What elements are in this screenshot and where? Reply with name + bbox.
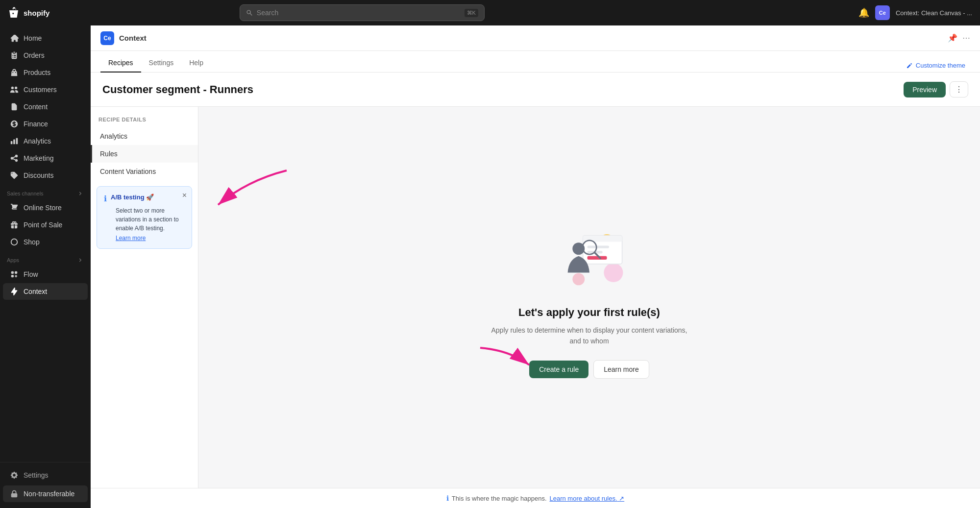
left-nav-content-variations[interactable]: Content Variations	[91, 163, 198, 180]
recipe-header-actions: Preview ⋮	[904, 81, 968, 97]
recipe-header: Customer segment - Runners Preview ⋮	[91, 73, 980, 107]
topbar: shopify ⌘K 🔔 Ce Context: Clean Canvas - …	[0, 0, 980, 25]
pos-icon	[10, 220, 19, 229]
info-card: ℹ A/B testing 🚀 × Select two or more var…	[97, 186, 192, 249]
online-store-icon	[10, 203, 19, 212]
sidebar-item-online-store[interactable]: Online Store	[3, 199, 88, 216]
notification-bell-icon[interactable]: 🔔	[858, 7, 869, 18]
svg-rect-6	[587, 245, 609, 248]
info-card-learn-more-link[interactable]: Learn more	[116, 235, 185, 242]
bottom-bar: ℹ This is where the magic happens. Learn…	[91, 488, 980, 508]
left-panel: RECIPE DETAILS Analytics Rules Content V…	[91, 107, 198, 488]
tab-help[interactable]: Help	[181, 54, 211, 73]
content-icon	[10, 102, 19, 111]
sidebar-item-marketing[interactable]: Marketing	[3, 150, 88, 167]
left-nav-analytics[interactable]: Analytics	[91, 127, 198, 145]
discounts-icon	[10, 171, 19, 180]
sidebar-item-label: Orders	[24, 51, 45, 59]
customize-theme-button[interactable]: Customize theme	[901, 59, 970, 72]
apps-section-label: Apps	[0, 251, 91, 266]
sales-channels-section-label: Sales channels	[0, 184, 91, 199]
svg-point-3	[604, 263, 623, 282]
shopify-logo[interactable]: shopify	[8, 7, 49, 19]
pin-button[interactable]: 📌	[948, 33, 957, 43]
customers-icon	[10, 85, 19, 94]
body-area: RECIPE DETAILS Analytics Rules Content V…	[91, 107, 980, 488]
tab-recipes[interactable]: Recipes	[100, 54, 141, 73]
sidebar-item-label: Content	[24, 103, 48, 111]
shopify-bag-icon	[8, 7, 20, 19]
app-more-button[interactable]: ⋯	[962, 33, 970, 43]
sidebar-item-label: Settings	[24, 471, 49, 479]
info-card-icon: ℹ	[104, 194, 107, 203]
sidebar-bottom: Settings Non-transferable	[0, 462, 91, 508]
context-app-logo: Ce	[100, 31, 114, 45]
app-header: Ce Context 📌 ⋯	[91, 25, 980, 51]
sidebar-item-label: Customers	[24, 86, 57, 94]
preview-button[interactable]: Preview	[904, 82, 946, 97]
sidebar-item-label: Analytics	[24, 137, 51, 145]
external-link-icon: ↗	[619, 495, 624, 502]
left-nav-rules[interactable]: Rules	[91, 145, 198, 163]
avatar[interactable]: Ce	[875, 5, 890, 20]
sidebar-item-label: Context	[24, 288, 47, 295]
analytics-icon	[10, 137, 19, 145]
flow-icon	[10, 270, 19, 279]
recipe-details-label: RECIPE DETAILS	[91, 117, 198, 127]
sidebar-item-customers[interactable]: Customers	[3, 81, 88, 98]
learn-more-rules-link[interactable]: Learn more about rules. ↗	[550, 495, 625, 502]
expand-apps-icon	[77, 257, 84, 264]
sidebar-item-context[interactable]: Context	[3, 283, 88, 300]
context-icon	[10, 287, 19, 296]
sidebar-item-content[interactable]: Content	[3, 98, 88, 115]
search-input[interactable]	[257, 9, 461, 17]
sidebar-item-discounts[interactable]: Discounts	[3, 167, 88, 184]
sidebar-nav: Home Orders Products Customers	[0, 25, 91, 462]
sidebar-item-shop[interactable]: Shop	[3, 234, 88, 250]
sidebar-item-home[interactable]: Home	[3, 30, 88, 47]
info-card-close-button[interactable]: ×	[182, 192, 187, 199]
sidebar-item-analytics[interactable]: Analytics	[3, 133, 88, 149]
main-layout: Home Orders Products Customers	[0, 25, 980, 508]
sidebar-item-label: Home	[24, 34, 42, 42]
wand-icon	[906, 62, 913, 69]
learn-more-button[interactable]: Learn more	[593, 360, 649, 379]
sidebar-item-finance[interactable]: Finance	[3, 116, 88, 132]
tab-settings[interactable]: Settings	[141, 54, 182, 73]
sidebar-item-label: Point of Sale	[24, 221, 62, 229]
sidebar-item-label: Shop	[24, 238, 40, 246]
sidebar-item-settings[interactable]: Settings	[3, 467, 88, 484]
sidebar-item-label: Finance	[24, 120, 48, 128]
search-shortcut: ⌘K	[465, 9, 478, 17]
finance-icon	[10, 120, 19, 128]
search-bar[interactable]: ⌘K	[240, 4, 485, 21]
sidebar-item-products[interactable]: Products	[3, 64, 88, 81]
sidebar-item-non-transferable[interactable]: Non-transferable	[3, 485, 88, 502]
app-title: Context	[119, 34, 147, 42]
search-icon	[246, 9, 253, 16]
create-rule-button[interactable]: Create a rule	[529, 361, 588, 378]
sidebar-item-label: Products	[24, 69, 50, 76]
sidebar-item-flow[interactable]: Flow	[3, 266, 88, 283]
sidebar-item-point-of-sale[interactable]: Point of Sale	[3, 217, 88, 233]
topbar-right: 🔔 Ce Context: Clean Canvas - ...	[858, 5, 972, 20]
empty-state-description: Apply rules to determine when to display…	[491, 325, 687, 347]
arrow-annotation-create-rule	[470, 340, 539, 380]
shopify-wordmark: shopify	[24, 9, 49, 17]
empty-state-illustration	[545, 216, 634, 294]
sidebar: Home Orders Products Customers	[0, 25, 91, 508]
sidebar-item-label: Flow	[24, 270, 38, 278]
sidebar-item-orders[interactable]: Orders	[3, 47, 88, 64]
more-options-button[interactable]: ⋮	[950, 81, 968, 97]
home-icon	[10, 34, 19, 43]
sidebar-item-label: Marketing	[24, 154, 53, 162]
info-card-header: ℹ A/B testing 🚀	[104, 194, 185, 203]
shop-icon	[10, 238, 19, 246]
settings-icon	[10, 471, 19, 480]
empty-state: Let's apply your first rule(s) Apply rul…	[491, 216, 687, 379]
sidebar-item-label: Discounts	[24, 171, 53, 179]
empty-state-actions: Create a rule Learn more	[529, 360, 649, 379]
customize-theme-label: Customize theme	[916, 62, 965, 69]
info-card-title: A/B testing 🚀	[111, 194, 154, 201]
recipe-title: Customer segment - Runners	[102, 83, 253, 96]
